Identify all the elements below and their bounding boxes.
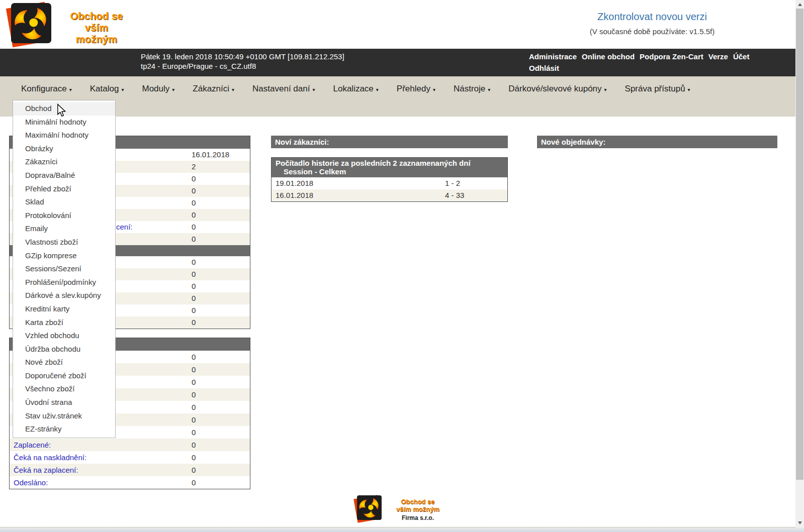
- dropdown-menu-item[interactable]: Protokolování: [13, 209, 115, 223]
- order-status-link[interactable]: Čeká na zaplacení:: [10, 466, 78, 474]
- row-value: 0: [192, 268, 196, 280]
- dropdown-menu-item[interactable]: Sklad: [13, 195, 115, 209]
- dropdown-menu-item[interactable]: Vlastnosti zboží: [13, 236, 115, 249]
- footer-logo-company: Firma s.r.o.: [386, 514, 450, 521]
- admin-link[interactable]: Verze: [708, 53, 728, 61]
- order-status-link[interactable]: Odesláno:: [10, 478, 48, 487]
- dropdown-menu-item[interactable]: Úvodní strana: [13, 396, 115, 409]
- footer-logo-swirl-icon: [357, 495, 382, 520]
- admin-link[interactable]: Účet: [733, 53, 750, 61]
- menu-item-label: Katalog: [90, 84, 119, 94]
- chevron-down-icon: ▾: [688, 85, 690, 92]
- menu-item[interactable]: Katalog ▾: [90, 84, 124, 94]
- logo-line2: vším možným: [64, 22, 129, 45]
- dropdown-menu-item[interactable]: Dárkové a slev.kupóny: [13, 289, 115, 302]
- row-value: 16.01.2018: [192, 149, 229, 161]
- chevron-down-icon: ▾: [121, 85, 124, 92]
- menu-item[interactable]: Přehledy ▾: [397, 84, 435, 94]
- page-header: Obchod se vším možným Firma s.r.o. Zkont…: [0, 0, 795, 49]
- menu-item[interactable]: Zákazníci ▾: [193, 84, 234, 94]
- konfigurace-dropdown-menu: Obchod Minimální hodnoty Maximální hodno…: [13, 100, 116, 438]
- menu-item-label: Nástroje: [454, 84, 485, 94]
- dropdown-menu-item[interactable]: Emaily: [13, 222, 115, 236]
- dropdown-menu-item[interactable]: Zákazníci: [13, 155, 115, 169]
- history-date: 16.01.2018: [272, 191, 313, 199]
- row-value: 0: [192, 197, 196, 209]
- history-title-line2: Session - Celkem: [276, 167, 503, 176]
- logo-swirl-icon: [11, 3, 51, 43]
- menu-item[interactable]: Správa přístupů ▾: [625, 84, 690, 94]
- order-status-count: 0: [192, 413, 196, 426]
- admin-link[interactable]: Online obchod: [582, 53, 635, 61]
- chevron-down-icon: ▾: [172, 85, 174, 92]
- history-row: 16.01.2018 4 - 33: [272, 189, 507, 201]
- order-status-count: 0: [192, 451, 196, 464]
- history-sessions: 4 - 33: [445, 189, 464, 201]
- footer-logo: Obchod se vším možným Firma s.r.o.: [355, 494, 456, 525]
- history-title-line1: Počítadlo historie za posledních 2 zazna…: [276, 159, 503, 167]
- chevron-down-icon: ▾: [376, 85, 379, 92]
- order-status-count: 0: [192, 464, 196, 476]
- dropdown-menu-item[interactable]: Doporučené zboží: [13, 369, 115, 383]
- dropdown-menu-item[interactable]: Stav uživ.stránek: [13, 409, 115, 423]
- dropdown-menu-item[interactable]: Prohlášení/podmínky: [13, 276, 115, 289]
- row-value: 0: [192, 292, 196, 304]
- dropdown-menu-item[interactable]: Nové zboží: [13, 356, 115, 369]
- dropdown-menu-item[interactable]: Maximální hodnoty: [13, 129, 115, 142]
- row-value: 0: [192, 221, 196, 233]
- row-value: 0: [192, 173, 196, 185]
- admin-link[interactable]: Odhlásit: [529, 64, 559, 72]
- dropdown-menu-item[interactable]: EZ-stránky: [13, 422, 115, 436]
- dropdown-menu-item[interactable]: Všechno zboží: [13, 382, 115, 396]
- current-version-note: (V současné době používáte: v1.5.5f): [569, 27, 735, 36]
- vertical-scrollbar[interactable]: [795, 0, 804, 527]
- dropdown-menu-item[interactable]: Vzhled obchodu: [13, 329, 115, 343]
- row-value: 0: [192, 185, 196, 197]
- check-new-version-link[interactable]: Zkontrolovat novou verzi: [569, 11, 735, 23]
- dropdown-menu-item[interactable]: Sessions/Sezení: [13, 262, 115, 276]
- admin-link[interactable]: Administrace: [529, 53, 577, 61]
- order-status-count: 0: [192, 363, 196, 376]
- footer-logo-line1: Obchod se: [386, 498, 450, 505]
- scroll-up-button[interactable]: [795, 0, 804, 9]
- dropdown-menu-item[interactable]: Údržba obchodu: [13, 343, 115, 356]
- menu-item-label: Dárkové/slevové kupóny: [508, 84, 601, 94]
- logo-line1: Obchod se: [64, 11, 129, 22]
- admin-quick-links: AdministraceOnline obchodPodpora Zen-Car…: [529, 53, 765, 72]
- server-info: Pátek 19. leden 2018 10:50:49 +0100 GMT …: [141, 52, 344, 71]
- row-value: 0: [192, 280, 196, 292]
- store-logo: Obchod se vším možným Firma s.r.o.: [8, 3, 134, 48]
- menu-item[interactable]: Dárkové/slevové kupóny ▾: [508, 84, 606, 94]
- menu-item[interactable]: Nastavení daní ▾: [252, 84, 315, 94]
- session-history-rows: 19.01.2018 1 - 2 16.01.2018 4 - 33: [272, 177, 507, 201]
- history-date: 19.01.2018: [272, 179, 313, 187]
- row-value: 0: [192, 209, 196, 221]
- dropdown-menu-item[interactable]: Přehled zboží: [13, 182, 115, 196]
- bottom-edge-strip: [0, 527, 804, 532]
- menu-item[interactable]: Nástroje ▾: [454, 84, 490, 94]
- session-history-header: Počítadlo historie za posledních 2 zazna…: [272, 158, 507, 177]
- chevron-down-icon: ▾: [604, 85, 607, 92]
- menu-item-label: Přehledy: [397, 84, 430, 94]
- dropdown-menu-item[interactable]: Karta zboží: [13, 316, 115, 330]
- chevron-down-icon: ▾: [488, 85, 490, 92]
- dropdown-menu-item[interactable]: Obrázky: [13, 142, 115, 156]
- admin-link[interactable]: Podpora Zen-Cart: [640, 53, 703, 61]
- dropdown-menu-item[interactable]: Doprava/Balné: [13, 169, 115, 182]
- order-status-count: 0: [192, 426, 196, 439]
- store-logo-icon: [8, 3, 52, 47]
- table-row: Čeká na zaplacení: 0: [10, 464, 250, 476]
- menu-item[interactable]: Konfigurace ▾: [21, 84, 72, 94]
- order-status-count: 0: [192, 351, 196, 363]
- scroll-down-button[interactable]: [795, 518, 804, 527]
- order-status-link[interactable]: Zaplacené:: [10, 441, 51, 449]
- dropdown-items: Obchod Minimální hodnoty Maximální hodno…: [13, 102, 115, 436]
- chevron-down-icon: ▾: [69, 85, 72, 92]
- order-status-link[interactable]: Čeká na naskladnění:: [10, 453, 86, 462]
- scrollbar-thumb[interactable]: [796, 9, 803, 480]
- dropdown-menu-item[interactable]: Kreditní karty: [13, 302, 115, 316]
- menu-item[interactable]: Lokalizace ▾: [333, 84, 378, 94]
- dropdown-menu-item[interactable]: GZip komprese: [13, 249, 115, 263]
- row-value: 0: [192, 316, 196, 329]
- menu-item[interactable]: Moduly ▾: [142, 84, 174, 94]
